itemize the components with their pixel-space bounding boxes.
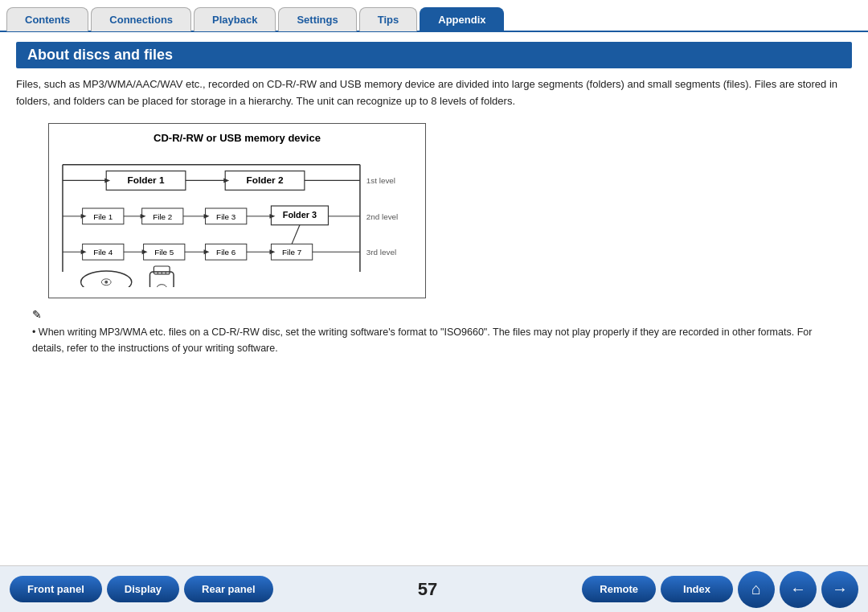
svg-point-52 — [104, 280, 108, 283]
svg-marker-10 — [223, 178, 229, 183]
tab-appendix[interactable]: Appendix — [420, 7, 504, 31]
svg-point-58 — [157, 284, 166, 287]
back-btn[interactable]: ← — [780, 571, 817, 608]
tab-settings[interactable]: Settings — [278, 7, 356, 31]
tab-playback[interactable]: Playback — [194, 7, 276, 31]
svg-text:File 1: File 1 — [93, 212, 113, 220]
note-icon: ✎ — [32, 308, 836, 321]
svg-marker-42 — [142, 249, 148, 254]
section-title: About discs and files — [16, 42, 852, 68]
svg-text:3rd level: 3rd level — [366, 248, 396, 257]
tab-connections[interactable]: Connections — [91, 7, 191, 31]
svg-marker-28 — [269, 213, 275, 218]
intro-paragraph: Files, such as MP3/WMA/AAC/WAV etc., rec… — [16, 76, 852, 110]
svg-marker-22 — [81, 213, 87, 218]
home-btn[interactable]: ⌂ — [738, 571, 775, 608]
forward-btn[interactable]: → — [821, 571, 858, 608]
note-text: • When writing MP3/WMA etc. files on a C… — [32, 324, 836, 356]
svg-text:Folder 1: Folder 1 — [128, 175, 165, 186]
tab-tips[interactable]: Tips — [359, 7, 418, 31]
diagram-svg: Folder 1 Folder 2 1st level File 1 File … — [59, 149, 416, 288]
main-content: Files, such as MP3/WMA/AAC/WAV etc., rec… — [0, 76, 868, 356]
svg-text:File 4: File 4 — [93, 248, 113, 257]
svg-text:1st level: 1st level — [366, 176, 395, 185]
index-btn[interactable]: Index — [661, 576, 733, 602]
folder-diagram: CD-R/-RW or USB memory device Folder 1 F… — [48, 123, 426, 299]
tab-contents[interactable]: Contents — [6, 7, 88, 31]
svg-text:Folder 2: Folder 2 — [247, 175, 284, 186]
diagram-title: CD-R/-RW or USB memory device — [59, 132, 416, 144]
svg-text:File 2: File 2 — [153, 212, 172, 220]
svg-text:2nd level: 2nd level — [366, 212, 398, 220]
front-panel-btn[interactable]: Front panel — [10, 576, 102, 602]
tab-bar: Contents Connections Playback Settings T… — [0, 0, 868, 32]
svg-marker-44 — [204, 249, 210, 254]
bottom-nav-left: Front panel Display Rear panel — [10, 576, 273, 602]
svg-marker-26 — [204, 213, 210, 218]
rear-panel-btn[interactable]: Rear panel — [184, 576, 272, 602]
svg-text:File 3: File 3 — [216, 212, 236, 220]
note-section: ✎ • When writing MP3/WMA etc. files on a… — [32, 308, 836, 356]
display-btn[interactable]: Display — [107, 576, 179, 602]
svg-text:Folder 3: Folder 3 — [283, 209, 317, 219]
remote-btn[interactable]: Remote — [582, 576, 656, 602]
svg-line-49 — [292, 224, 300, 244]
svg-text:File 7: File 7 — [282, 248, 301, 257]
svg-marker-46 — [269, 249, 275, 254]
svg-text:File 5: File 5 — [154, 248, 174, 257]
page-number: 57 — [418, 579, 437, 600]
svg-text:File 6: File 6 — [216, 248, 236, 257]
svg-marker-24 — [141, 213, 146, 218]
svg-marker-8 — [104, 178, 110, 183]
svg-marker-40 — [81, 249, 87, 254]
bottom-nav: Front panel Display Rear panel 57 Remote… — [0, 565, 868, 612]
bottom-nav-right: Remote Index ⌂ ← → — [582, 571, 858, 608]
